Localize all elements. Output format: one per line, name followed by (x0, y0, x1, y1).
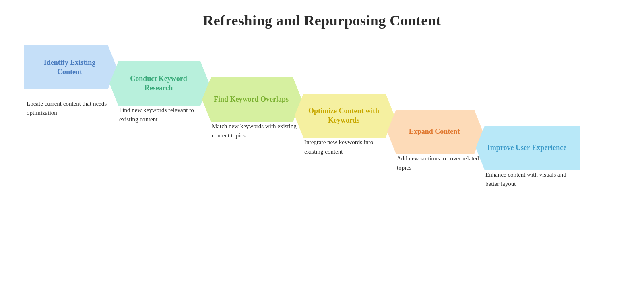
page-title: Refreshing and Repurposing Content (203, 12, 441, 29)
step-column-optimize: Optimize Content with KeywordsIntegrate … (302, 45, 394, 157)
desc-keyword-research: Find new keywords relevant to existing c… (117, 106, 209, 125)
arrow-optimize: Optimize Content with Keywords (295, 94, 394, 138)
step-column-keyword-overlaps: Find Keyword OverlapsMatch new keywords … (209, 45, 302, 141)
step-column-identify: Identify Existing ContentLocate current … (24, 45, 117, 118)
diagram-container: Identify Existing ContentLocate current … (16, 45, 628, 189)
desc-identify: Locate current content that needs optimi… (24, 99, 117, 118)
step-column-improve-ux: Improve User ExperienceEnhance content w… (483, 45, 580, 189)
desc-improve-ux: Enhance content with visuals and better … (483, 170, 580, 189)
arrow-keyword-overlaps: Find Keyword Overlaps (202, 77, 302, 122)
arrow-keyword-research: Conduct Keyword Research (109, 61, 209, 106)
desc-optimize: Integrate new keywords into existing con… (302, 138, 394, 157)
step-column-expand: Expand ContentAdd new sections to cover … (394, 45, 483, 173)
arrow-identify: Identify Existing Content (24, 45, 117, 89)
arrow-expand: Expand Content (387, 110, 483, 154)
step-column-keyword-research: Conduct Keyword ResearchFind new keyword… (117, 45, 209, 125)
desc-expand: Add new sections to cover related topics (394, 154, 483, 173)
desc-keyword-overlaps: Match new keywords with existing content… (209, 122, 302, 141)
arrow-improve-ux: Improve User Experience (476, 126, 580, 170)
